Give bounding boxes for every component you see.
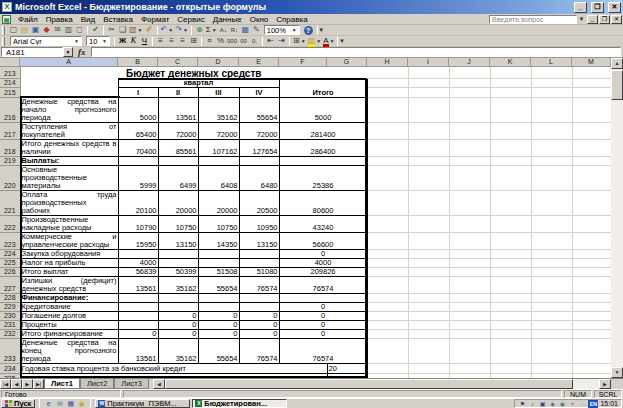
new-document-icon[interactable]: ▢ (8, 25, 19, 35)
media-player-icon[interactable]: ◉ (77, 399, 86, 408)
autosum-icon-dropdown[interactable]: ▼ (212, 25, 217, 35)
total-header-cell[interactable]: Итого (279, 78, 367, 97)
horizontal-scroll-thumb[interactable] (165, 379, 573, 389)
cell[interactable] (572, 276, 611, 293)
row-label-cell[interactable]: Итого выплат (20, 267, 118, 276)
cell[interactable] (490, 276, 531, 293)
cell[interactable] (572, 87, 611, 97)
value-cell[interactable]: 0 (239, 311, 279, 320)
agent-icon[interactable]: ▣ (538, 400, 546, 408)
cell[interactable] (367, 139, 408, 156)
row-label-cell[interactable]: Итого денежных средств в наличии (20, 139, 118, 156)
redo-icon[interactable]: ↷▼ (174, 25, 189, 35)
row-header-234[interactable]: 234 (0, 363, 20, 373)
cell[interactable] (572, 302, 611, 311)
cell[interactable] (531, 156, 572, 165)
internet-explorer-icon[interactable]: e (44, 399, 53, 408)
section-label-cell[interactable]: Выплаты: (20, 156, 118, 165)
cell[interactable] (408, 267, 449, 276)
row-label-cell[interactable]: Основные производственные материалы (20, 165, 118, 190)
quarter-IV-header-cell[interactable]: IV (239, 87, 279, 97)
cell[interactable] (449, 311, 490, 320)
sheet-tab-Лист2[interactable]: Лист2 (80, 379, 114, 389)
table-title-cell[interactable]: Бюджет денежных средств (20, 67, 367, 78)
bold-button[interactable]: Ж (117, 36, 128, 46)
column-header-A[interactable]: A (20, 58, 118, 67)
column-header-I[interactable]: I (408, 58, 449, 67)
cell[interactable] (490, 267, 531, 276)
total-cell[interactable]: 43240 (279, 215, 367, 232)
value-cell[interactable]: 10750 (158, 215, 198, 232)
format-painter-icon[interactable]: ✐ (144, 25, 155, 35)
value-cell[interactable] (198, 249, 239, 258)
sheet-tab-Лист1[interactable]: Лист1 (44, 379, 80, 389)
print-preview-icon[interactable]: ◻ (74, 25, 85, 35)
menu-item-2[interactable]: Правка (42, 15, 77, 24)
cell[interactable] (198, 293, 239, 302)
cell[interactable] (449, 267, 490, 276)
borders-icon[interactable]: ⊞▼ (292, 36, 307, 46)
cell[interactable] (490, 258, 531, 267)
row-label-cell[interactable]: Закупка оборудования (20, 249, 118, 258)
value-cell[interactable]: 6408 (198, 165, 239, 190)
value-cell[interactable] (158, 249, 198, 258)
cell[interactable] (572, 311, 611, 320)
cell[interactable] (408, 338, 449, 363)
tab-scroll-icon-4[interactable]: ▶| (33, 379, 44, 389)
menu-item-7[interactable]: Данные (209, 15, 246, 24)
cell[interactable] (531, 329, 572, 338)
menu-item-1[interactable]: Файл (14, 15, 42, 24)
merge-center-icon[interactable]: ⊞ (188, 36, 199, 46)
row-header-226[interactable]: 226 (0, 267, 20, 276)
row-label-cell[interactable]: Проценты (20, 320, 118, 329)
cell[interactable] (490, 97, 531, 122)
autosum-icon[interactable]: Σ▼ (205, 25, 218, 35)
workbook-minimize-button[interactable]: _ (587, 15, 598, 24)
total-cell[interactable]: 281400 (279, 122, 367, 139)
cell[interactable] (367, 122, 408, 139)
value-cell[interactable]: 65400 (118, 122, 158, 139)
cell[interactable] (572, 165, 611, 190)
value-cell[interactable]: 76574 (239, 276, 279, 293)
print-icon[interactable]: ▥ (63, 25, 74, 35)
email-icon[interactable]: ✉ (52, 25, 63, 35)
cell[interactable] (531, 338, 572, 363)
cell[interactable] (572, 156, 611, 165)
cell[interactable] (408, 190, 449, 215)
minimize-button[interactable]: _ (574, 2, 587, 13)
column-header-G[interactable]: G (327, 58, 367, 67)
value-cell[interactable]: 15950 (118, 232, 158, 249)
antivirus-icon[interactable]: ⚑ (518, 400, 526, 408)
cell[interactable] (490, 338, 531, 363)
messenger-icon[interactable]: ◉ (558, 400, 566, 408)
cell[interactable] (531, 258, 572, 267)
cell[interactable] (572, 293, 611, 302)
cell[interactable] (490, 165, 531, 190)
cell[interactable] (118, 156, 158, 165)
cell[interactable] (367, 276, 408, 293)
cell[interactable] (449, 258, 490, 267)
restore-button[interactable]: ❐ (591, 2, 604, 13)
toolbar-options-icon[interactable]: ▼ (337, 36, 345, 46)
cell[interactable] (572, 232, 611, 249)
decrease-decimal-icon[interactable]: 0, (249, 36, 260, 46)
value-cell[interactable]: 5000 (118, 97, 158, 122)
font-color-icon-dropdown[interactable]: ▼ (330, 36, 335, 46)
cell[interactable] (531, 165, 572, 190)
cell[interactable] (367, 329, 408, 338)
sort-ascending-icon[interactable]: А↓ (218, 25, 229, 35)
cell[interactable] (449, 156, 490, 165)
percent-style-icon[interactable]: % (215, 36, 226, 46)
row-header-219[interactable]: 219 (0, 156, 20, 165)
horizontal-scrollbar[interactable]: ◀ ▶ (153, 379, 611, 389)
cell[interactable] (408, 139, 449, 156)
cell[interactable] (367, 87, 408, 97)
value-cell[interactable]: 85561 (158, 139, 198, 156)
cell[interactable] (490, 293, 531, 302)
cell[interactable] (367, 156, 408, 165)
value-cell[interactable]: 35162 (158, 338, 198, 363)
row-label-cell[interactable]: Итого финансирование (20, 329, 118, 338)
cell[interactable] (408, 165, 449, 190)
increase-decimal-icon[interactable]: 00 (238, 36, 249, 46)
value-cell[interactable]: 0 (198, 329, 239, 338)
